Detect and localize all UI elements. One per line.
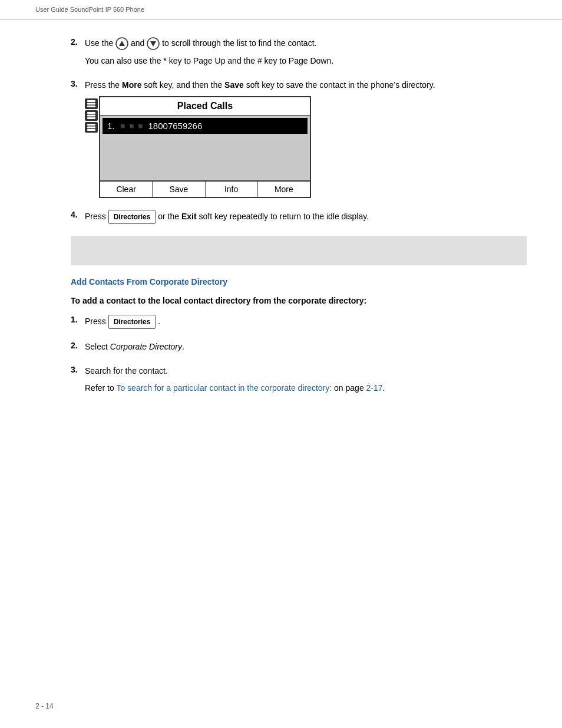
exit-label: Exit	[181, 212, 197, 221]
step-4-number: 4.	[71, 210, 85, 224]
svg-rect-5	[87, 103, 95, 105]
section-step-3-text: Search for the contact.	[85, 365, 168, 377]
phone-screen: Placed Calls 1. ◾◾◾ 18007659266 Clear Sa…	[99, 96, 311, 198]
page-header: User Guide SoundPoint IP 560 Phone	[0, 0, 562, 19]
step-3-block: 3. Press the More soft key, and then the…	[71, 79, 527, 198]
section-step-3-block: 3. Search for the contact. Refer to To s…	[71, 365, 527, 394]
step-3-number: 3.	[71, 79, 85, 91]
svg-rect-4	[87, 100, 95, 102]
step-2-line: 2. Use the and to scroll through the lis…	[71, 37, 527, 50]
svg-marker-3	[150, 41, 156, 47]
softkey-more[interactable]: More	[258, 182, 310, 197]
phone-screen-row: 1. ◾◾◾ 18007659266	[103, 118, 308, 134]
svg-rect-8	[87, 115, 95, 117]
main-content: 2. Use the and to scroll through the lis…	[0, 19, 562, 430]
section-step-2-block: 2. Select Corporate Directory.	[71, 341, 527, 353]
step-3-line: 3. Press the More soft key, and then the…	[71, 79, 527, 91]
phone-softkeys: Clear Save Info More	[100, 180, 310, 197]
side-icon-svg-3	[87, 123, 96, 131]
section-step-3-sub: Refer to To search for a particular cont…	[85, 382, 527, 394]
section-step-1-number: 1.	[71, 315, 85, 329]
side-icon-svg-2	[87, 111, 96, 120]
section-step-2-number: 2.	[71, 341, 85, 353]
svg-rect-10	[87, 124, 95, 126]
svg-rect-6	[87, 106, 95, 107]
svg-rect-7	[87, 112, 95, 114]
side-icon-svg-1	[87, 100, 96, 108]
svg-rect-12	[87, 129, 95, 131]
step-4-block: 4. Press Directories or the Exit soft ke…	[71, 210, 527, 224]
step-2-block: 2. Use the and to scroll through the lis…	[71, 37, 527, 67]
section-heading: Add Contacts From Corporate Directory	[71, 277, 527, 286]
step-2-text: Use the and to scroll through the list t…	[85, 37, 316, 50]
step-2-number: 2.	[71, 37, 85, 50]
gray-box	[71, 236, 527, 265]
svg-rect-11	[87, 127, 95, 129]
row-phone-number: 18007659266	[148, 121, 203, 131]
phone-screen-body: 1. ◾◾◾ 18007659266	[100, 116, 310, 180]
section-step-1-text: Press Directories .	[85, 315, 160, 329]
directories-btn-step4[interactable]: Directories	[108, 210, 156, 224]
section-step-1-block: 1. Press Directories .	[71, 315, 527, 329]
phone-screen-container: Placed Calls 1. ◾◾◾ 18007659266 Clear Sa…	[85, 96, 527, 198]
phone-side-icons	[85, 98, 98, 134]
phone-side-icon-1	[85, 98, 98, 109]
row-num: 1.	[107, 121, 115, 131]
instruction-bold: To add a contact to the local contact di…	[71, 296, 527, 305]
softkey-save[interactable]: Save	[153, 182, 205, 197]
section-step-3-line: 3. Search for the contact.	[71, 365, 527, 377]
svg-rect-9	[87, 117, 95, 119]
section-step-2-line: 2. Select Corporate Directory.	[71, 341, 527, 353]
step-4-text: Press Directories or the Exit soft key r…	[85, 210, 369, 224]
page-footer: 2 - 14	[35, 702, 54, 710]
page-number: 2 - 14	[35, 702, 54, 710]
up-arrow-icon	[115, 37, 128, 50]
phone-side-icon-3	[85, 122, 98, 133]
step-4-line: 4. Press Directories or the Exit soft ke…	[71, 210, 527, 224]
page-link[interactable]: 2-17	[366, 383, 383, 393]
section-step-1-line: 1. Press Directories .	[71, 315, 527, 329]
section-step-3-number: 3.	[71, 365, 85, 377]
phone-screen-title: Placed Calls	[100, 97, 310, 116]
softkey-clear[interactable]: Clear	[100, 182, 153, 197]
svg-marker-1	[119, 41, 125, 46]
section-step-2-text: Select Corporate Directory.	[85, 341, 184, 353]
down-arrow-icon	[147, 37, 160, 50]
step-2-sub: You can also use the * key to Page Up an…	[85, 55, 527, 67]
save-label: Save	[224, 80, 244, 90]
corporate-directory-italic: Corporate Directory	[110, 342, 182, 351]
header-text: User Guide SoundPoint IP 560 Phone	[35, 6, 144, 13]
more-label: More	[122, 80, 141, 90]
phone-side-icon-2	[85, 110, 98, 121]
directories-btn-section1[interactable]: Directories	[108, 315, 156, 329]
row-phone-icon: ◾◾◾	[118, 122, 145, 130]
step-3-text: Press the More soft key, and then the Sa…	[85, 79, 435, 91]
softkey-info[interactable]: Info	[206, 182, 258, 197]
corporate-directory-link[interactable]: To search for a particular contact in th…	[116, 383, 332, 393]
